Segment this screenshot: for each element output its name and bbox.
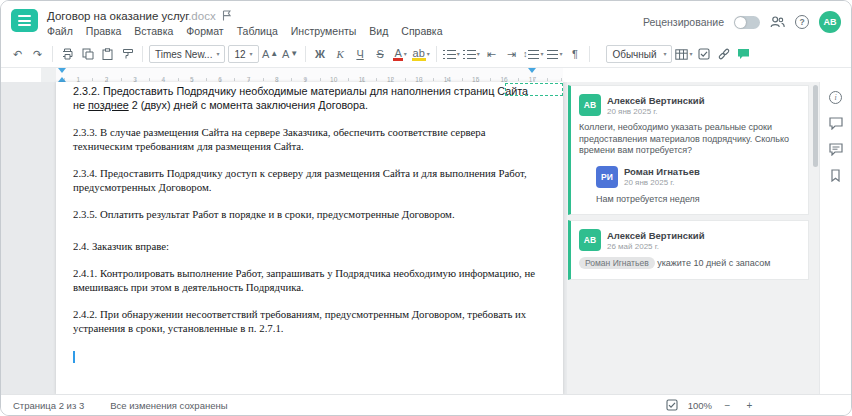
header-right-controls: Рецензирование ? АВ — [643, 10, 841, 34]
comment-text: Нам потребуется неделя — [596, 194, 800, 206]
zoom-out-button[interactable]: − — [721, 399, 734, 412]
app-window: Договор на оказание услуг.docx Файл Прав… — [0, 0, 852, 416]
toolbar-divider — [305, 46, 306, 62]
menu-view[interactable]: Вид — [369, 25, 388, 37]
spellcheck-icon[interactable] — [666, 399, 679, 412]
comment-thread-active[interactable]: АВ Алексей Вертинский 20 янв 2025 г. Кол… — [568, 85, 809, 215]
numbered-list-button[interactable]: ▾ — [463, 45, 480, 64]
toolbar: ↶ ↷ Times New...▾ 12▾ А▲ А▼ Ж К Ч S A▾ a… — [1, 41, 851, 68]
paragraph-style-select[interactable]: Обычный▾ — [606, 45, 672, 63]
comment-header: АВ Алексей Вертинский 26 май 2025 г. — [579, 229, 800, 251]
comment-author: Роман Игнатьев — [624, 166, 700, 177]
horizontal-ruler-row: 1234567891011121314151617 — [1, 68, 851, 82]
nonprinting-chars-button[interactable]: ¶ — [566, 45, 583, 64]
document-title: Договор на оказание услуг.docx — [47, 6, 216, 24]
bold-button[interactable]: Ж — [312, 45, 329, 64]
paragraph: 2.3.3. В случае размещения Сайта на серв… — [73, 126, 535, 153]
cursor-line — [73, 349, 535, 363]
comment-date: 26 май 2025 г. — [607, 242, 705, 251]
save-status: Все изменения сохранены — [110, 400, 227, 411]
comment-anchor-outline — [505, 83, 563, 96]
comment-author: Алексей Вертинский — [607, 95, 705, 106]
comments-panel-icon[interactable] — [828, 115, 844, 131]
menu-tools[interactable]: Инструменты — [291, 25, 356, 37]
comment-date: 20 янв 2025 г. — [624, 178, 700, 187]
redo-button[interactable]: ↷ — [29, 45, 46, 64]
undo-button[interactable]: ↶ — [9, 45, 26, 64]
decrease-indent-button[interactable]: ⇤ — [483, 45, 500, 64]
paragraph: 2.4.1. Контролировать выполнение Работ, … — [73, 267, 535, 294]
menubar: Файл Правка Вставка Формат Таблица Инстр… — [47, 25, 443, 37]
comment-header: АВ Алексей Вертинский 20 янв 2025 г. — [579, 94, 800, 116]
review-toggle[interactable] — [734, 16, 760, 29]
underline-button[interactable]: Ч — [352, 45, 369, 64]
mention-chip: Роман Игнатьев — [579, 257, 655, 269]
print-button[interactable] — [59, 45, 76, 64]
insert-link-button[interactable] — [715, 45, 732, 64]
toolbar-divider — [589, 46, 590, 62]
toolbar-divider — [436, 46, 437, 62]
paste-button[interactable] — [99, 45, 116, 64]
zoom-level[interactable]: 100% — [688, 400, 712, 411]
navigation-bookmark-icon[interactable] — [828, 167, 844, 183]
paragraph: 2.3.4. Предоставить Подрядчику доступ к … — [73, 167, 535, 194]
page-indicator[interactable]: Страница 2 из 3 — [13, 400, 84, 411]
scrollbar-thumb[interactable] — [813, 85, 818, 167]
horizontal-ruler[interactable]: 1234567891011121314151617 — [56, 68, 563, 82]
review-mode-label: Рецензирование — [643, 16, 724, 28]
checkbox-form-button[interactable] — [695, 45, 712, 64]
menu-table[interactable]: Таблица — [237, 25, 278, 37]
menu-file[interactable]: Файл — [47, 25, 73, 37]
comment-author: Алексей Вертинский — [607, 230, 705, 241]
bullet-list-button[interactable]: ▾ — [443, 45, 460, 64]
header: Договор на оказание услуг.docx Файл Прав… — [1, 1, 851, 41]
first-line-indent-marker[interactable] — [58, 68, 66, 73]
highlight-color-button[interactable]: ab▾ — [412, 45, 430, 64]
increase-font-button[interactable]: А▲ — [262, 45, 279, 64]
strikethrough-button[interactable]: S — [372, 45, 389, 64]
toolbar-divider — [52, 46, 53, 62]
vertical-scrollbar[interactable] — [811, 82, 819, 394]
decrease-font-button[interactable]: А▼ — [282, 45, 299, 64]
comment-reply[interactable]: РИ Роман Игнатьев 20 янв 2025 г. Нам пот… — [596, 166, 800, 206]
right-indent-marker[interactable] — [528, 68, 536, 73]
increase-indent-button[interactable]: ⇥ — [503, 45, 520, 64]
menu-edit[interactable]: Правка — [86, 25, 121, 37]
chat-icon[interactable] — [828, 141, 844, 157]
comment-date: 20 янв 2025 г. — [607, 107, 705, 116]
ruler-ticks — [64, 78, 563, 81]
paragraph: 2.4. Заказчик вправе: — [73, 240, 535, 254]
paragraph: 2.3.5. Оплатить результат Работ в порядк… — [73, 208, 535, 222]
app-logo-menu-icon[interactable] — [11, 9, 38, 32]
toolbar-divider — [142, 46, 143, 62]
collaborators-icon[interactable] — [770, 16, 785, 28]
copy-style-button[interactable] — [119, 45, 136, 64]
comment-text: Роман Игнатьев укажите 10 дней с запасом — [579, 257, 800, 270]
italic-button[interactable]: К — [332, 45, 349, 64]
document-title-bar: Договор на оказание услуг.docx — [47, 8, 231, 22]
help-icon[interactable]: ? — [795, 15, 809, 29]
menu-help[interactable]: Справка — [401, 25, 442, 37]
zoom-in-button[interactable]: + — [743, 399, 756, 412]
font-size-select[interactable]: 12▾ — [228, 45, 258, 63]
align-justify-button[interactable]: ▾ — [546, 45, 563, 64]
document-page[interactable]: 2.3.2. Предоставить Подрядчику необходим… — [56, 82, 563, 394]
menu-insert[interactable]: Вставка — [134, 25, 173, 37]
comment-thread[interactable]: АВ Алексей Вертинский 26 май 2025 г. Ром… — [568, 220, 809, 280]
paragraph: 2.3.2. Предоставить Подрядчику необходим… — [73, 85, 535, 112]
user-avatar[interactable]: АВ — [819, 11, 841, 33]
comment-avatar: АВ — [579, 229, 601, 251]
comment-text: Коллеги, необходимо указать реальные сро… — [579, 122, 800, 157]
insert-table-button[interactable]: ▾ — [675, 45, 692, 64]
about-icon[interactable]: i — [828, 89, 844, 105]
line-spacing-button[interactable]: ↕▾ — [523, 45, 544, 64]
right-sidebar: i — [819, 82, 851, 394]
menu-format[interactable]: Формат — [186, 25, 223, 37]
font-family-select[interactable]: Times New...▾ — [149, 45, 225, 63]
comments-panel: АВ Алексей Вертинский 20 янв 2025 г. Кол… — [567, 82, 811, 394]
add-comment-button[interactable] — [735, 45, 752, 64]
font-color-button[interactable]: A▾ — [392, 45, 409, 64]
copy-button[interactable] — [79, 45, 96, 64]
tab-selector-box[interactable] — [41, 68, 56, 82]
favorite-flag-icon[interactable] — [222, 10, 231, 21]
